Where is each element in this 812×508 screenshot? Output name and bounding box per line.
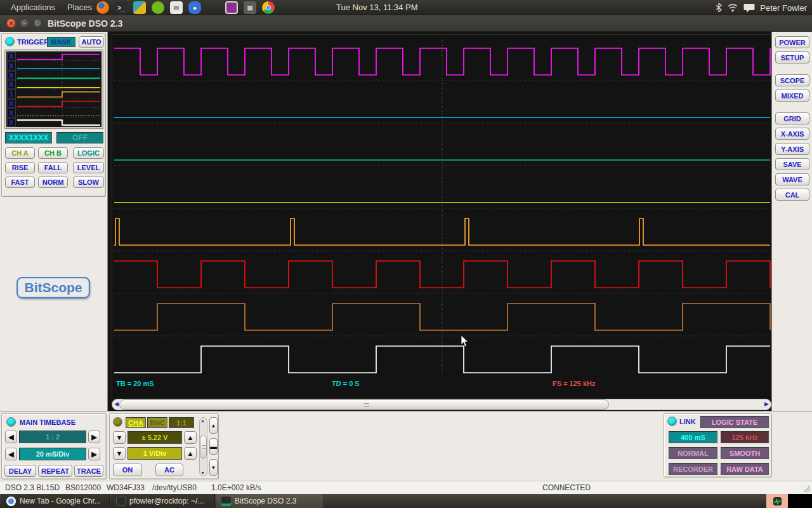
logic-waveforms-chart [113, 35, 771, 378]
timebase-panel: MAIN TIMEBASE ◀1 : 2▶◀20 mS/Div▶ DELAYRE… [1, 413, 107, 479]
channel-tab-bnc[interactable]: BNC [147, 417, 167, 428]
timebase-row1-left-arrow[interactable]: ◀ [5, 448, 17, 460]
clock[interactable]: Tue Nov 13, 11:34 PM [336, 0, 418, 15]
trigger-button-fall[interactable]: FALL [38, 162, 68, 173]
range-display[interactable]: ± 5.22 V [128, 431, 182, 444]
timebase-row0-right-arrow[interactable]: ▶ [88, 431, 100, 443]
remote-desktop-icon[interactable] [207, 1, 219, 14]
trigger-auto-button[interactable]: AUTO [79, 36, 104, 48]
trigger-pattern-display[interactable]: XXXX1XXX [5, 132, 52, 144]
timebase-button-repeat[interactable]: REPEAT [38, 465, 72, 477]
tray-bitscope-icon[interactable] [766, 494, 788, 508]
menu-places[interactable]: Places [62, 0, 98, 15]
menu-button-save[interactable]: SAVE [775, 158, 809, 170]
timebase-button-trace[interactable]: TRACE [74, 465, 103, 477]
logic-state-button[interactable]: LOGIC STATE [700, 416, 769, 428]
mail-icon[interactable]: ✉ [170, 1, 183, 14]
trigger-button-logic[interactable]: LOGIC [73, 147, 104, 159]
waveform-display[interactable]: TB = 20 mS TD = 0 S FS = 125 kHz [112, 34, 771, 398]
offset-down-arrow[interactable]: ▼ [200, 471, 205, 475]
position-up-button[interactable]: ▲ [209, 417, 218, 434]
calculator-icon[interactable]: ⊞ [244, 1, 256, 14]
window-maximize-button[interactable]: □ [33, 18, 43, 28]
trigger-button-ch-a[interactable]: CH A [5, 147, 35, 159]
taskbar-item-2[interactable]: BitScope DSO 2.3 [216, 494, 324, 508]
menu-button-grid[interactable]: GRID [775, 112, 809, 124]
link-cell-recorder[interactable]: RECORDER [669, 463, 717, 475]
trigger-button-fast[interactable]: FAST [5, 177, 35, 188]
offset-vscrollbar[interactable]: ▲ ▼ [199, 417, 207, 476]
app-statusbar: CONNECTED DSO 2.3 BL15DBS012000WD34FJ33/… [0, 481, 812, 494]
channel-tab-1-1[interactable]: 1:1 [169, 417, 194, 428]
svg-text:X: X [9, 119, 14, 126]
menu-button-setup[interactable]: SETUP [775, 51, 809, 64]
range-up-button[interactable]: ▲ [184, 431, 197, 444]
resize-grip[interactable] [802, 484, 811, 493]
timebase-row0-left-arrow[interactable]: ◀ [5, 431, 17, 443]
desktop-taskbar: New Tab - Google Chr...pfowler@rocktop: … [0, 494, 812, 508]
session-user[interactable]: Peter Fowler [760, 3, 807, 13]
menu-button-cal[interactable]: CAL [775, 189, 809, 201]
svg-text:X: X [9, 62, 14, 70]
display-hscrollbar[interactable]: ◀ ▶ [112, 399, 771, 410]
window-close-button[interactable]: ✕ [6, 18, 16, 28]
timebase-scale-display[interactable]: 20 mS/Div [19, 448, 86, 460]
trigger-mask-toggle[interactable]: MASK [47, 37, 75, 47]
menu-applications[interactable]: Applications [5, 0, 61, 15]
menu-button-mixed[interactable]: MIXED [775, 90, 809, 102]
link-cell-125-khz[interactable]: 125 kHz [721, 431, 769, 443]
trigger-button-level[interactable]: LEVEL [73, 162, 104, 173]
trigger-button-rise[interactable]: RISE [5, 162, 35, 173]
software-icon[interactable] [152, 1, 164, 14]
menu-button-scope[interactable]: SCOPE [775, 74, 809, 86]
menu-button-power[interactable]: POWER [775, 36, 809, 48]
taskbar-item-0[interactable]: New Tab - Google Chr... [1, 494, 110, 508]
bluetooth-icon[interactable] [716, 3, 722, 13]
trigger-button-slow[interactable]: SLOW [73, 177, 104, 188]
link-cell-raw-data[interactable]: RAW DATA [721, 463, 769, 475]
timebase-row1-right-arrow[interactable]: ▶ [88, 448, 100, 460]
chrome-icon [6, 497, 16, 506]
timebase-button-delay[interactable]: DELAY [4, 465, 36, 477]
offset-up-arrow[interactable]: ▲ [200, 418, 205, 423]
timebase-readout: TB = 20 mS [116, 380, 154, 387]
channel-button-on[interactable]: ON [113, 464, 142, 476]
range-down-button[interactable]: ▼ [113, 431, 126, 444]
hscroll-right-arrow[interactable]: ▶ [764, 401, 769, 407]
chrome-icon[interactable] [262, 1, 275, 14]
hscroll-left-arrow[interactable]: ◀ [114, 401, 119, 407]
taskbar-item-1[interactable]: pfowler@rocktop: ~/... [111, 494, 215, 508]
firefox-icon[interactable] [96, 1, 109, 14]
channel-led [113, 417, 122, 427]
link-cell-smooth[interactable]: SMOOTH [721, 447, 769, 459]
link-cell-normal[interactable]: NORMAL [669, 447, 717, 459]
position-down-button[interactable]: ▼ [209, 459, 218, 476]
svg-text:X: X [9, 53, 14, 60]
hscroll-thumb[interactable] [119, 399, 609, 410]
terminal-icon[interactable]: >_ [115, 1, 128, 14]
chat-icon[interactable] [743, 3, 755, 13]
trigger-state-display[interactable]: OFF [56, 132, 103, 144]
scale-display[interactable]: 1 V/Div [128, 447, 182, 460]
display-settings-icon[interactable] [225, 1, 238, 14]
scale-up-button[interactable]: ▲ [184, 447, 197, 460]
window-minimize-button[interactable]: – [20, 18, 29, 28]
keyring-icon[interactable] [133, 1, 146, 14]
wifi-icon[interactable] [727, 3, 738, 12]
menu-button-wave[interactable]: WAVE [775, 173, 809, 185]
preview-trace-4 [17, 92, 100, 97]
channel-button-ac[interactable]: AC [155, 464, 183, 476]
scale-down-button[interactable]: ▼ [113, 447, 126, 460]
offset-thumb[interactable] [200, 436, 207, 458]
messenger-icon[interactable]: ● [188, 1, 201, 14]
taskbar-item-title: BitScope DSO 2.3 [235, 497, 296, 505]
timebase-ratio-display[interactable]: 1 : 2 [19, 431, 86, 443]
link-cell-400-ms[interactable]: 400 mS [669, 431, 717, 443]
trigger-button-ch-b[interactable]: CH B [38, 147, 68, 159]
channel-tab-cha[interactable]: CHA [126, 417, 146, 428]
menu-button-y-axis[interactable]: Y-AXIS [775, 143, 809, 155]
svg-text:X: X [9, 109, 14, 117]
position-center-button[interactable]: ▬ [209, 438, 218, 455]
menu-button-x-axis[interactable]: X-AXIS [775, 128, 809, 140]
trigger-button-norm[interactable]: NORM [38, 177, 68, 188]
